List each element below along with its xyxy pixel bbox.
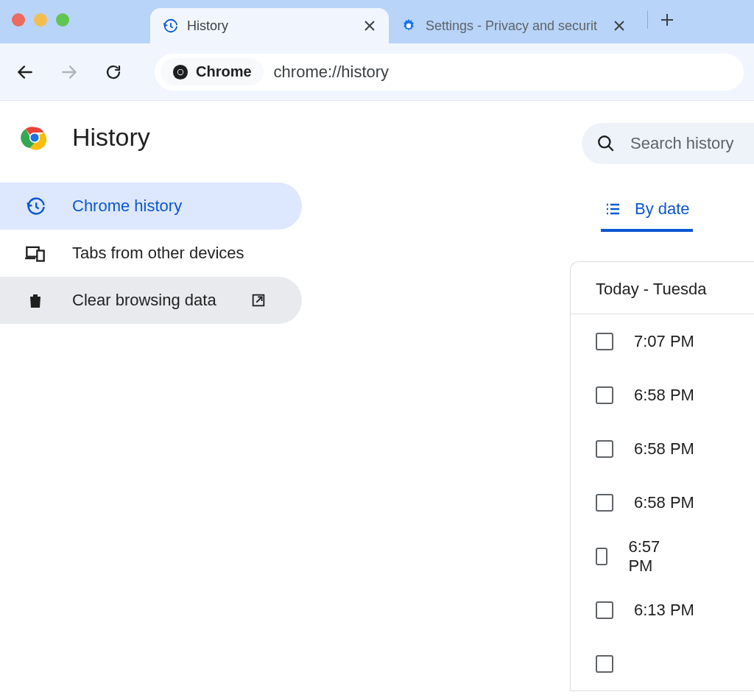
maximize-window-button[interactable] <box>56 13 69 26</box>
trash-icon <box>25 290 46 311</box>
entry-time: 6:57 PM <box>628 537 666 576</box>
history-entry[interactable] <box>571 637 754 690</box>
history-entry[interactable]: 6:13 PM <box>571 583 754 637</box>
main-content: History Chrome history Tabs from other d… <box>0 101 754 700</box>
back-button[interactable] <box>10 57 40 87</box>
history-entry[interactable]: 6:58 PM <box>571 422 754 475</box>
tab-history[interactable]: History <box>150 8 389 43</box>
history-icon <box>25 196 46 216</box>
forward-button[interactable] <box>54 57 84 87</box>
search-placeholder: Search history <box>630 134 734 153</box>
history-entry[interactable]: 6:58 PM <box>571 368 754 422</box>
entry-checkbox[interactable] <box>596 333 613 350</box>
sidebar-item-tabs-other-devices[interactable]: Tabs from other devices <box>0 230 302 277</box>
history-card: Today - Tuesda 7:07 PM 6:58 PM 6:58 PM 6… <box>570 261 754 691</box>
filter-by-date[interactable]: By date <box>601 199 693 232</box>
svg-point-7 <box>30 133 38 141</box>
close-tab-button[interactable] <box>612 18 627 33</box>
sidebar: History Chrome history Tabs from other d… <box>0 101 567 700</box>
url-text: chrome://history <box>274 63 390 82</box>
list-icon <box>604 200 621 218</box>
tab-settings[interactable]: Settings - Privacy and securit <box>389 8 638 43</box>
chip-label: Chrome <box>196 63 252 80</box>
entry-time: 6:13 PM <box>634 601 694 620</box>
close-window-button[interactable] <box>12 13 25 26</box>
history-entry[interactable]: 7:07 PM <box>571 314 754 368</box>
svg-point-11 <box>599 136 610 147</box>
filter-tabs: By date <box>601 199 754 232</box>
entry-time: 6:58 PM <box>634 493 694 512</box>
entry-checkbox[interactable] <box>596 655 613 673</box>
history-panel: Search history By date Today - Tuesda 7:… <box>567 101 754 700</box>
entry-checkbox[interactable] <box>596 440 613 458</box>
window-controls <box>12 13 69 26</box>
page-header: History <box>0 123 567 152</box>
omnibox[interactable]: Chrome chrome://history <box>155 54 744 91</box>
entry-checkbox[interactable] <box>596 548 607 565</box>
tab-strip: History Settings - Privacy and securit <box>0 0 754 43</box>
history-entry[interactable]: 6:58 PM <box>571 475 754 529</box>
toolbar: Chrome chrome://history <box>0 43 754 101</box>
devices-icon <box>25 243 46 264</box>
history-date-header: Today - Tuesda <box>571 262 754 314</box>
search-icon <box>596 134 616 153</box>
entry-checkbox[interactable] <box>596 601 613 619</box>
tab-title: History <box>187 18 228 34</box>
entry-time: 6:58 PM <box>634 439 694 459</box>
filter-label: By date <box>635 199 690 219</box>
chrome-icon <box>172 64 188 80</box>
reload-button[interactable] <box>99 57 128 87</box>
entry-checkbox[interactable] <box>596 386 613 404</box>
entry-checkbox[interactable] <box>596 494 613 512</box>
minimize-window-button[interactable] <box>34 13 47 26</box>
history-icon <box>162 18 178 34</box>
sidebar-item-label: Clear browsing data <box>72 291 216 310</box>
svg-point-1 <box>406 24 411 28</box>
svg-rect-9 <box>37 251 43 261</box>
site-chip[interactable]: Chrome <box>161 58 264 85</box>
entry-time: 7:07 PM <box>634 332 694 351</box>
search-history-input[interactable]: Search history <box>582 123 754 164</box>
gear-icon <box>401 18 417 34</box>
tab-divider <box>647 11 648 29</box>
chrome-logo-icon <box>21 124 49 152</box>
sidebar-item-label: Tabs from other devices <box>72 244 244 263</box>
sidebar-item-chrome-history[interactable]: Chrome history <box>0 183 302 230</box>
new-tab-button[interactable] <box>657 10 677 30</box>
sidebar-item-label: Chrome history <box>72 197 182 216</box>
page-title: History <box>72 123 150 152</box>
tab-title: Settings - Privacy and securit <box>426 18 597 34</box>
history-entry[interactable]: 6:57 PM <box>571 529 754 583</box>
external-link-icon <box>250 292 267 308</box>
entry-time: 6:58 PM <box>634 386 694 405</box>
sidebar-item-clear-browsing-data[interactable]: Clear browsing data <box>0 277 302 324</box>
svg-point-4 <box>178 69 183 74</box>
close-tab-button[interactable] <box>362 18 377 33</box>
